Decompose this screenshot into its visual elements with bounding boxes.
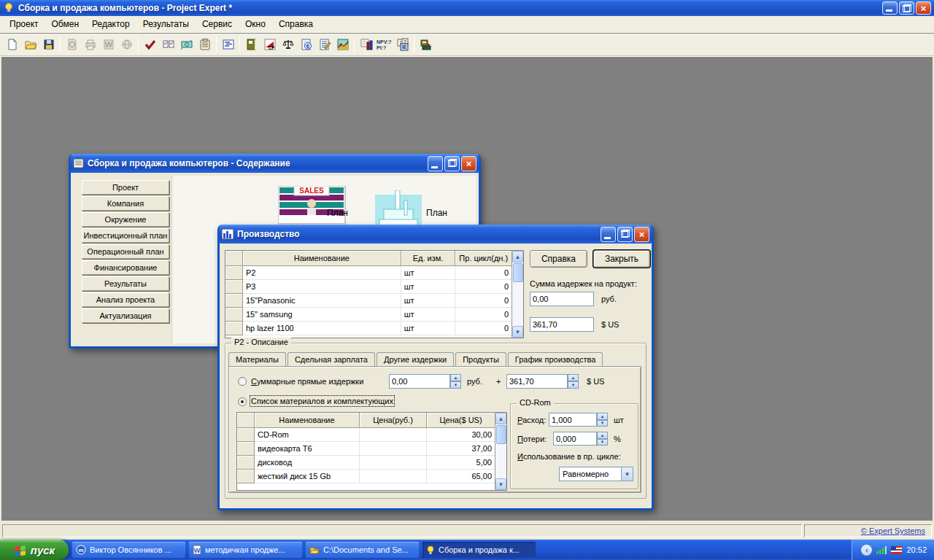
contents-minimize-button[interactable] — [428, 156, 443, 171]
minimize-button[interactable] — [882, 1, 898, 15]
contents-nav-item[interactable]: Проект — [82, 180, 169, 195]
start-button[interactable]: пуск — [0, 540, 69, 560]
efficiency-indicators-icon[interactable]: NPV:?PI:? — [375, 36, 393, 53]
notepad-icon[interactable] — [196, 36, 214, 53]
restore-button[interactable] — [899, 1, 914, 15]
analysis-scales-icon[interactable] — [279, 36, 297, 53]
scroll-up-icon[interactable]: ▲ — [495, 413, 506, 424]
menu-item[interactable]: Проект — [3, 17, 45, 31]
row-selector[interactable] — [225, 322, 243, 335]
open-folder-icon[interactable] — [21, 36, 39, 53]
sum-usd-field[interactable]: 361,70 — [530, 317, 594, 332]
taskbar-task-explorer[interactable]: C:\Documents and Se... — [306, 542, 419, 558]
close-button[interactable]: × — [916, 1, 931, 15]
taskbar-clock[interactable]: 20:52 — [906, 545, 927, 554]
dropdown-arrow-icon[interactable]: ▼ — [621, 467, 633, 481]
row-selector[interactable] — [237, 428, 255, 442]
total-rub-field[interactable]: 0,00 — [389, 374, 450, 389]
col-name[interactable]: Наименование — [243, 251, 401, 266]
scroll-down-icon[interactable]: ▼ — [512, 326, 523, 338]
material-row[interactable]: жесткий диск 15 Gb 65,00 — [237, 470, 495, 483]
contents-nav-item[interactable]: Финансирование — [82, 260, 169, 275]
menu-item[interactable]: Справка — [272, 17, 320, 31]
new-document-icon[interactable] — [3, 36, 21, 53]
contents-nav-item[interactable]: Операционный план — [82, 244, 169, 259]
scroll-thumb[interactable] — [496, 425, 506, 444]
web-export-icon[interactable] — [117, 36, 136, 53]
contents-nav-item[interactable]: Инвестиционный план — [82, 228, 169, 243]
scroll-down-icon[interactable]: ▼ — [495, 478, 506, 490]
word-export-icon[interactable]: W — [99, 36, 117, 53]
network-signal-icon[interactable] — [876, 545, 887, 554]
production-maximize-button[interactable] — [617, 227, 633, 242]
product-row[interactable]: 15" samsung шт 0 — [225, 308, 512, 322]
money-icon[interactable] — [177, 36, 196, 53]
row-selector[interactable] — [237, 456, 255, 470]
row-selector[interactable] — [225, 280, 243, 294]
compare-versions-icon[interactable] — [159, 36, 177, 53]
menu-item[interactable]: Редактор — [85, 17, 136, 31]
text-report-icon[interactable] — [219, 36, 237, 53]
expert-systems-link[interactable]: © Expert Systems — [861, 526, 925, 535]
contents-maximize-button[interactable] — [444, 156, 460, 171]
materials-list-radio[interactable] — [238, 397, 247, 406]
language-flag-icon[interactable] — [891, 546, 902, 554]
scroll-up-icon[interactable]: ▲ — [512, 251, 523, 262]
menu-item[interactable]: Результаты — [136, 17, 196, 31]
consumption-field[interactable]: 1,000 — [549, 413, 597, 427]
menu-item[interactable]: Обмен — [45, 17, 86, 31]
menu-item[interactable]: Сервис — [196, 17, 239, 31]
total-usd-spinner[interactable]: ▲▼ — [568, 374, 579, 389]
project-book-icon[interactable] — [242, 36, 260, 53]
cash-flow-icon[interactable]: CF — [260, 36, 279, 53]
print-preview-icon[interactable] — [63, 36, 81, 53]
contents-nav-item[interactable]: Компания — [82, 196, 169, 211]
tray-chevron-icon[interactable]: ‹ — [861, 545, 872, 556]
tab[interactable]: Продукты — [455, 352, 506, 366]
tab[interactable]: Материалы — [228, 352, 286, 366]
product-row[interactable]: 15"Panasonic шт 0 — [225, 294, 512, 308]
row-selector[interactable] — [237, 442, 255, 456]
report-print-icon[interactable] — [417, 36, 435, 53]
check-icon[interactable] — [141, 36, 159, 53]
close-dialog-button[interactable]: Закрыть — [593, 250, 650, 268]
col-cycle[interactable]: Пр. цикл(дн.) — [455, 251, 512, 266]
losses-field[interactable]: 0,000 — [553, 432, 597, 446]
taskbar-task-word-document[interactable]: W методичкая продже... — [189, 542, 302, 558]
total-costs-radio[interactable] — [238, 377, 247, 386]
save-icon[interactable] — [39, 36, 58, 53]
mat-col-rub[interactable]: Цена(руб.) — [360, 413, 427, 428]
material-row[interactable]: дисковод 5,00 — [237, 456, 495, 470]
contents-nav-item[interactable]: Актуализация — [82, 308, 169, 323]
row-selector[interactable] — [225, 266, 243, 280]
print-icon[interactable] — [81, 36, 99, 53]
row-selector[interactable] — [225, 308, 243, 322]
tab[interactable]: График производства — [508, 352, 603, 366]
taskbar-task-project-expert[interactable]: Сборка и продажа к... — [422, 542, 536, 558]
mat-col-usd[interactable]: Цена($ US) — [427, 413, 495, 428]
user-tables-icon[interactable]: 12IE — [393, 36, 412, 53]
consumption-spinner[interactable]: ▲▼ — [597, 413, 608, 427]
col-unit[interactable]: Ед. изм. — [401, 251, 456, 266]
usage-dropdown[interactable]: Равномерно ▼ — [559, 467, 633, 481]
tab[interactable]: Сдельная зарплата — [287, 352, 375, 366]
production-minimize-button[interactable] — [601, 227, 616, 242]
scroll-thumb[interactable] — [513, 263, 523, 282]
row-selector[interactable] — [237, 470, 255, 483]
production-close-button[interactable]: × — [634, 227, 649, 242]
product-row[interactable]: P3 шт 0 — [225, 280, 512, 294]
report-editor-icon[interactable] — [315, 36, 333, 53]
production-titlebar[interactable]: Производство × — [219, 225, 652, 244]
tab[interactable]: Другие издержки — [377, 352, 454, 366]
contents-nav-item[interactable]: Анализ проекта — [82, 292, 169, 307]
sum-rub-field[interactable]: 0,00 — [530, 292, 594, 306]
report-currency-icon[interactable]: € — [297, 36, 315, 53]
menu-item[interactable]: Окно — [239, 17, 272, 31]
contents-nav-item[interactable]: Результаты — [82, 276, 169, 291]
material-row[interactable]: видеокарта Т6 37,00 — [237, 442, 495, 456]
detailed-results-icon[interactable] — [357, 36, 375, 53]
row-selector[interactable] — [225, 294, 243, 308]
graphs-icon[interactable] — [333, 36, 352, 53]
total-rub-spinner[interactable]: ▲▼ — [450, 374, 461, 389]
losses-spinner[interactable]: ▲▼ — [597, 432, 608, 446]
